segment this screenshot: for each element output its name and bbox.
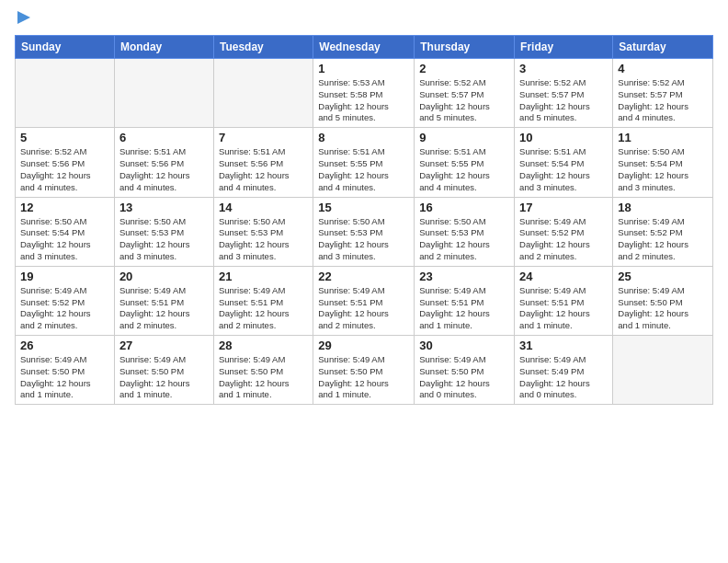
- day-number: 10: [519, 131, 608, 144]
- calendar-cell: 29Sunrise: 5:49 AM Sunset: 5:50 PM Dayli…: [313, 336, 415, 405]
- week-row-3: 12Sunrise: 5:50 AM Sunset: 5:54 PM Dayli…: [16, 197, 713, 266]
- calendar-cell: 9Sunrise: 5:51 AM Sunset: 5:55 PM Daylig…: [415, 128, 515, 197]
- day-number: 21: [219, 270, 308, 283]
- day-details: Sunrise: 5:50 AM Sunset: 5:53 PM Dayligh…: [219, 216, 308, 263]
- week-row-1: 1Sunrise: 5:53 AM Sunset: 5:58 PM Daylig…: [16, 59, 713, 128]
- calendar-cell: 6Sunrise: 5:51 AM Sunset: 5:56 PM Daylig…: [114, 128, 213, 197]
- calendar-cell: 8Sunrise: 5:51 AM Sunset: 5:55 PM Daylig…: [313, 128, 415, 197]
- day-details: Sunrise: 5:50 AM Sunset: 5:53 PM Dayligh…: [419, 216, 509, 263]
- day-details: Sunrise: 5:50 AM Sunset: 5:54 PM Dayligh…: [618, 146, 708, 193]
- day-details: Sunrise: 5:49 AM Sunset: 5:50 PM Dayligh…: [318, 354, 409, 401]
- calendar-cell: 7Sunrise: 5:51 AM Sunset: 5:56 PM Daylig…: [213, 128, 313, 197]
- day-number: 25: [618, 270, 708, 283]
- day-number: 27: [119, 339, 209, 352]
- day-details: Sunrise: 5:49 AM Sunset: 5:50 PM Dayligh…: [419, 354, 509, 401]
- header: [15, 9, 713, 29]
- calendar-cell: [613, 336, 713, 405]
- day-number: 24: [519, 270, 608, 283]
- calendar-cell: 26Sunrise: 5:49 AM Sunset: 5:50 PM Dayli…: [16, 336, 115, 405]
- day-details: Sunrise: 5:49 AM Sunset: 5:50 PM Dayligh…: [20, 354, 109, 401]
- day-details: Sunrise: 5:49 AM Sunset: 5:52 PM Dayligh…: [20, 285, 109, 332]
- day-number: 18: [618, 201, 708, 214]
- day-number: 9: [419, 131, 509, 144]
- calendar-cell: 12Sunrise: 5:50 AM Sunset: 5:54 PM Dayli…: [16, 197, 115, 266]
- calendar-table: SundayMondayTuesdayWednesdayThursdayFrid…: [15, 35, 713, 405]
- week-row-4: 19Sunrise: 5:49 AM Sunset: 5:52 PM Dayli…: [16, 266, 713, 335]
- day-details: Sunrise: 5:51 AM Sunset: 5:54 PM Dayligh…: [519, 146, 608, 193]
- calendar-cell: 21Sunrise: 5:49 AM Sunset: 5:51 PM Dayli…: [213, 266, 313, 335]
- logo-flag-icon: [16, 9, 32, 26]
- day-number: 11: [618, 131, 708, 144]
- day-number: 20: [119, 270, 209, 283]
- calendar-cell: [114, 59, 213, 128]
- calendar-cell: 10Sunrise: 5:51 AM Sunset: 5:54 PM Dayli…: [515, 128, 613, 197]
- calendar-cell: 25Sunrise: 5:49 AM Sunset: 5:50 PM Dayli…: [613, 266, 713, 335]
- calendar-cell: 23Sunrise: 5:49 AM Sunset: 5:51 PM Dayli…: [415, 266, 515, 335]
- calendar-cell: 19Sunrise: 5:49 AM Sunset: 5:52 PM Dayli…: [16, 266, 115, 335]
- weekday-header-wednesday: Wednesday: [313, 36, 415, 59]
- day-details: Sunrise: 5:51 AM Sunset: 5:55 PM Dayligh…: [318, 146, 409, 193]
- calendar-cell: 18Sunrise: 5:49 AM Sunset: 5:52 PM Dayli…: [613, 197, 713, 266]
- day-number: 23: [419, 270, 509, 283]
- day-number: 7: [219, 131, 308, 144]
- day-details: Sunrise: 5:49 AM Sunset: 5:49 PM Dayligh…: [519, 354, 608, 401]
- calendar-cell: 27Sunrise: 5:49 AM Sunset: 5:50 PM Dayli…: [114, 336, 213, 405]
- calendar-cell: 22Sunrise: 5:49 AM Sunset: 5:51 PM Dayli…: [313, 266, 415, 335]
- calendar-cell: 11Sunrise: 5:50 AM Sunset: 5:54 PM Dayli…: [613, 128, 713, 197]
- day-number: 28: [219, 339, 308, 352]
- day-number: 1: [318, 62, 409, 75]
- week-row-2: 5Sunrise: 5:52 AM Sunset: 5:56 PM Daylig…: [16, 128, 713, 197]
- day-details: Sunrise: 5:49 AM Sunset: 5:51 PM Dayligh…: [119, 285, 209, 332]
- day-details: Sunrise: 5:52 AM Sunset: 5:56 PM Dayligh…: [20, 146, 109, 193]
- day-details: Sunrise: 5:49 AM Sunset: 5:50 PM Dayligh…: [219, 354, 308, 401]
- day-number: 5: [20, 131, 109, 144]
- calendar-cell: 2Sunrise: 5:52 AM Sunset: 5:57 PM Daylig…: [415, 59, 515, 128]
- day-details: Sunrise: 5:49 AM Sunset: 5:51 PM Dayligh…: [219, 285, 308, 332]
- day-number: 14: [219, 201, 308, 214]
- day-details: Sunrise: 5:49 AM Sunset: 5:50 PM Dayligh…: [119, 354, 209, 401]
- weekday-header-thursday: Thursday: [415, 36, 515, 59]
- day-details: Sunrise: 5:53 AM Sunset: 5:58 PM Dayligh…: [318, 77, 409, 124]
- day-number: 2: [419, 62, 509, 75]
- calendar-cell: 14Sunrise: 5:50 AM Sunset: 5:53 PM Dayli…: [213, 197, 313, 266]
- day-details: Sunrise: 5:49 AM Sunset: 5:52 PM Dayligh…: [519, 216, 608, 263]
- day-number: 13: [119, 201, 209, 214]
- day-details: Sunrise: 5:50 AM Sunset: 5:54 PM Dayligh…: [20, 216, 109, 263]
- day-details: Sunrise: 5:49 AM Sunset: 5:51 PM Dayligh…: [318, 285, 409, 332]
- day-number: 6: [119, 131, 209, 144]
- day-details: Sunrise: 5:49 AM Sunset: 5:52 PM Dayligh…: [618, 216, 708, 263]
- day-number: 4: [618, 62, 708, 75]
- day-number: 29: [318, 339, 409, 352]
- day-number: 30: [419, 339, 509, 352]
- day-details: Sunrise: 5:50 AM Sunset: 5:53 PM Dayligh…: [318, 216, 409, 263]
- svg-marker-0: [17, 11, 30, 24]
- calendar-cell: [16, 59, 115, 128]
- day-details: Sunrise: 5:49 AM Sunset: 5:51 PM Dayligh…: [519, 285, 608, 332]
- calendar-cell: 1Sunrise: 5:53 AM Sunset: 5:58 PM Daylig…: [313, 59, 415, 128]
- logo: [15, 9, 32, 29]
- calendar-cell: 16Sunrise: 5:50 AM Sunset: 5:53 PM Dayli…: [415, 197, 515, 266]
- day-number: 3: [519, 62, 608, 75]
- weekday-header-saturday: Saturday: [613, 36, 713, 59]
- day-details: Sunrise: 5:50 AM Sunset: 5:53 PM Dayligh…: [119, 216, 209, 263]
- day-number: 16: [419, 201, 509, 214]
- page: SundayMondayTuesdayWednesdayThursdayFrid…: [0, 0, 728, 563]
- weekday-header-sunday: Sunday: [16, 36, 115, 59]
- week-row-5: 26Sunrise: 5:49 AM Sunset: 5:50 PM Dayli…: [16, 336, 713, 405]
- calendar-cell: 31Sunrise: 5:49 AM Sunset: 5:49 PM Dayli…: [515, 336, 613, 405]
- day-details: Sunrise: 5:49 AM Sunset: 5:51 PM Dayligh…: [419, 285, 509, 332]
- calendar-cell: 28Sunrise: 5:49 AM Sunset: 5:50 PM Dayli…: [213, 336, 313, 405]
- day-details: Sunrise: 5:51 AM Sunset: 5:56 PM Dayligh…: [219, 146, 308, 193]
- day-details: Sunrise: 5:51 AM Sunset: 5:56 PM Dayligh…: [119, 146, 209, 193]
- calendar-cell: 30Sunrise: 5:49 AM Sunset: 5:50 PM Dayli…: [415, 336, 515, 405]
- calendar-cell: 5Sunrise: 5:52 AM Sunset: 5:56 PM Daylig…: [16, 128, 115, 197]
- calendar-cell: 20Sunrise: 5:49 AM Sunset: 5:51 PM Dayli…: [114, 266, 213, 335]
- calendar-cell: 24Sunrise: 5:49 AM Sunset: 5:51 PM Dayli…: [515, 266, 613, 335]
- calendar-cell: [213, 59, 313, 128]
- weekday-header-tuesday: Tuesday: [213, 36, 313, 59]
- calendar-cell: 17Sunrise: 5:49 AM Sunset: 5:52 PM Dayli…: [515, 197, 613, 266]
- day-details: Sunrise: 5:52 AM Sunset: 5:57 PM Dayligh…: [618, 77, 708, 124]
- day-number: 19: [20, 270, 109, 283]
- day-details: Sunrise: 5:52 AM Sunset: 5:57 PM Dayligh…: [519, 77, 608, 124]
- calendar-cell: 13Sunrise: 5:50 AM Sunset: 5:53 PM Dayli…: [114, 197, 213, 266]
